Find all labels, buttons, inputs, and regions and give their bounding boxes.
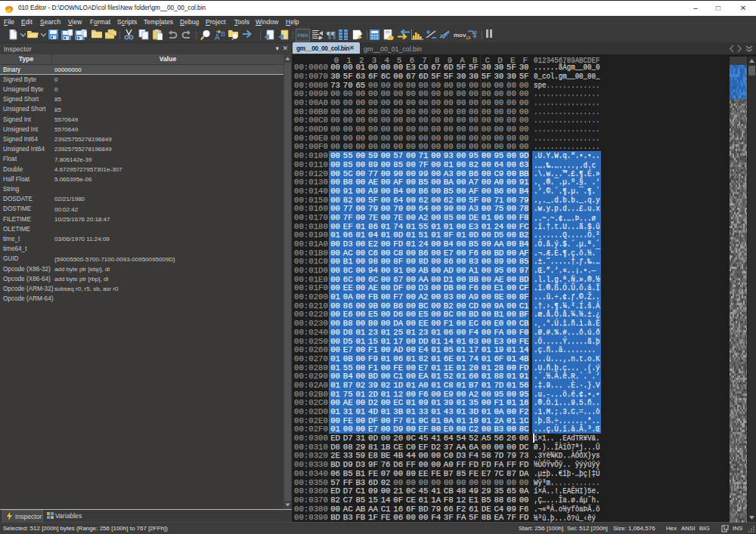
svg-text:B: B (221, 30, 225, 38)
svg-text:16: 16 (466, 35, 471, 40)
svg-text:A: A (215, 33, 220, 41)
